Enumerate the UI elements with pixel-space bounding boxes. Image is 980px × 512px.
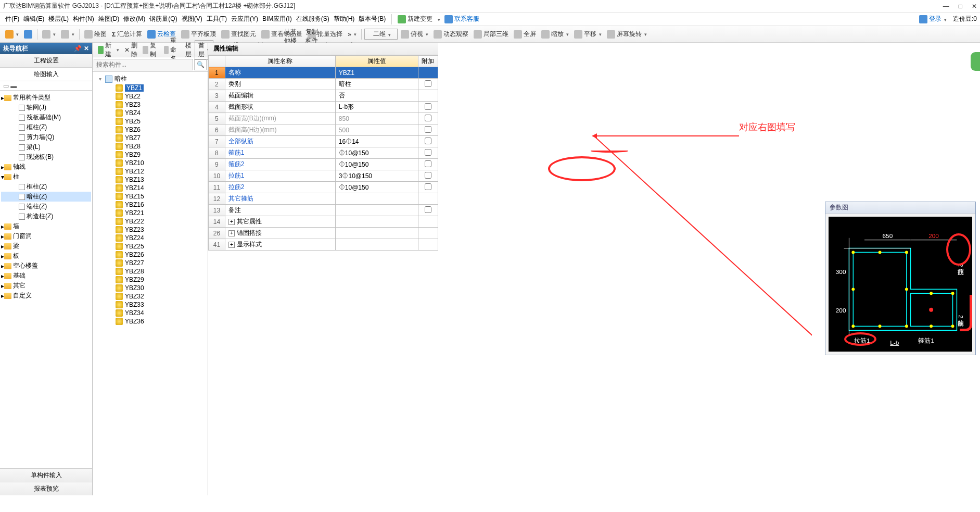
tree-folder[interactable]: ▸ 轴线 [1,162,91,172]
menu-item[interactable]: 工具(T) [205,14,229,23]
close-button[interactable]: ✕ [972,3,977,10]
col-value[interactable]: 属性值 [335,56,418,67]
menu-item[interactable]: 绘图(D) [96,14,122,23]
prop-extra[interactable] [418,182,438,193]
prop-extra[interactable] [418,147,438,159]
maximize-button[interactable]: □ [959,3,962,10]
ctree-item[interactable]: YBZ9 [93,151,208,159]
undo-button[interactable] [40,29,58,40]
prop-value[interactable] [335,239,418,251]
property-row[interactable]: 13备注 [209,205,438,216]
property-row[interactable]: 8箍筋1⏀10@150 [209,147,438,159]
ctree-item[interactable]: YBZ5 [93,117,208,126]
search-input[interactable] [94,59,193,70]
prop-value[interactable] [335,228,418,239]
ctree-item[interactable]: YBZ24 [93,234,208,242]
tree-folder[interactable]: ▸ 自定义 [1,291,91,301]
tree-folder[interactable]: ▸ 空心楼盖 [1,261,91,271]
property-row[interactable]: 12其它箍筋 [209,193,438,205]
prop-extra[interactable] [418,102,438,113]
menu-item[interactable]: BIM应用(I) [260,14,294,23]
tree-folder[interactable]: ▸ 其它 [1,281,91,291]
prop-extra[interactable] [418,136,438,147]
ctree-item[interactable]: YBZ4 [93,109,208,117]
tree-item[interactable]: 剪力墙(Q) [1,132,91,142]
tree-item[interactable]: 框柱(Z) [1,122,91,132]
property-row[interactable]: 10拉筋13⏀10@150 [209,170,438,182]
ctree-item[interactable]: YBZ6 [93,126,208,134]
new-comp-button[interactable]: 新建 [96,40,121,60]
ctree-item[interactable]: YBZ15 [93,192,208,201]
prop-extra[interactable] [418,90,438,102]
ctree-item[interactable]: YBZ16 [93,201,208,209]
property-row[interactable]: 5截面宽(B边)(mm)850 [209,113,438,124]
save-button[interactable] [22,29,34,40]
local3d-button[interactable]: 局部三维 [472,29,511,40]
nav-foot-report[interactable]: 报表预览 [0,482,92,495]
tree-folder[interactable]: ▸ 板 [1,251,91,261]
menu-item[interactable]: 钢筋量(Q) [147,14,179,23]
menu-item[interactable]: 修改(M) [121,14,147,23]
prop-extra[interactable] [418,79,438,90]
property-row[interactable]: 26+锚固搭接 [209,228,438,239]
pan-button[interactable]: 平移 [572,29,604,40]
ctree-item[interactable]: YBZ23 [93,226,208,234]
flat-top-button[interactable]: 平齐板顶 [179,29,218,40]
prop-extra[interactable] [418,170,438,182]
login-button[interactable]: 登录 [917,14,949,24]
prop-value[interactable] [335,205,418,216]
new-change-button[interactable]: 新建变更 [396,14,435,24]
ctree-item[interactable]: YBZ12 [93,167,208,176]
ctree-item[interactable]: YBZ33 [93,301,208,309]
ctree-item[interactable]: YBZ29 [93,276,208,284]
prop-value[interactable]: 500 [335,124,418,136]
tree-item[interactable]: 暗柱(Z) [1,192,91,202]
ctree-item[interactable]: YBZ22 [93,217,208,226]
property-row[interactable]: 6截面高(H边)(mm)500 [209,124,438,136]
prop-value[interactable]: L-b形 [335,102,418,113]
property-row[interactable]: 11拉筋2⏀10@150 [209,182,438,193]
prop-value[interactable]: ⏀10@150 [335,147,418,159]
redo-button[interactable] [59,29,77,40]
property-row[interactable]: 9箍筋2⏀10@150 [209,159,438,170]
tree-folder[interactable]: ▸ 门窗洞 [1,231,91,241]
contact-support-button[interactable]: 联系客服 [442,14,481,24]
tree-folder[interactable]: ▸ 常用构件类型 [1,93,91,103]
tree-item[interactable]: 构造柱(Z) [1,211,91,221]
find-gfx-button[interactable]: 查找图元 [219,29,258,40]
prop-value[interactable] [335,193,418,205]
ctree-item[interactable]: YBZ25 [93,242,208,251]
menu-item[interactable]: 视图(V) [180,14,205,23]
prop-extra[interactable] [418,113,438,124]
property-row[interactable]: 1名称YBZ1 [209,67,438,79]
prop-extra[interactable] [418,228,438,239]
tree-folder[interactable]: ▸ 墙 [1,221,91,231]
ctree-item[interactable]: YBZ26 [93,251,208,259]
property-row[interactable]: 2类别暗柱 [209,79,438,90]
prop-value[interactable]: ⏀10@150 [335,159,418,170]
tree-item[interactable]: 端柱(Z) [1,202,91,211]
menu-item[interactable]: 楼层(L) [46,14,71,23]
menu-item[interactable]: 云应用(Y) [229,14,260,23]
rotate-screen-button[interactable]: 屏幕旋转 [605,29,649,40]
tree-item[interactable]: 框柱(Z) [1,182,91,192]
tree-folder[interactable]: ▾ 柱 [1,172,91,182]
nav-tab-project[interactable]: 工程设置 [0,54,92,68]
menu-item[interactable]: 件(F) [3,14,21,23]
ctree-item[interactable]: YBZ8 [93,142,208,151]
delete-button[interactable]: ✕ 删除 [122,40,139,60]
prop-extra[interactable] [418,159,438,170]
ctree-item[interactable]: YBZ30 [93,284,208,292]
ctree-item[interactable]: YBZ34 [93,309,208,317]
menu-item[interactable]: 帮助(H) [332,14,357,23]
pin-icon[interactable]: 📌 [74,45,82,52]
prop-extra[interactable] [418,239,438,251]
menu-item[interactable]: 在线服务(S) [294,14,332,23]
property-row[interactable]: 7全部纵筋16⏀14 [209,136,438,147]
property-row[interactable]: 4截面形状L-b形 [209,102,438,113]
sum-calc-button[interactable]: Σ 汇总计算 [110,29,144,40]
col-name[interactable]: 属性名称 [225,56,335,67]
menu-item[interactable]: 版本号(B) [357,14,388,23]
prop-value[interactable]: 16⏀14 [335,136,418,147]
ctree-item[interactable]: YBZ27 [93,259,208,267]
